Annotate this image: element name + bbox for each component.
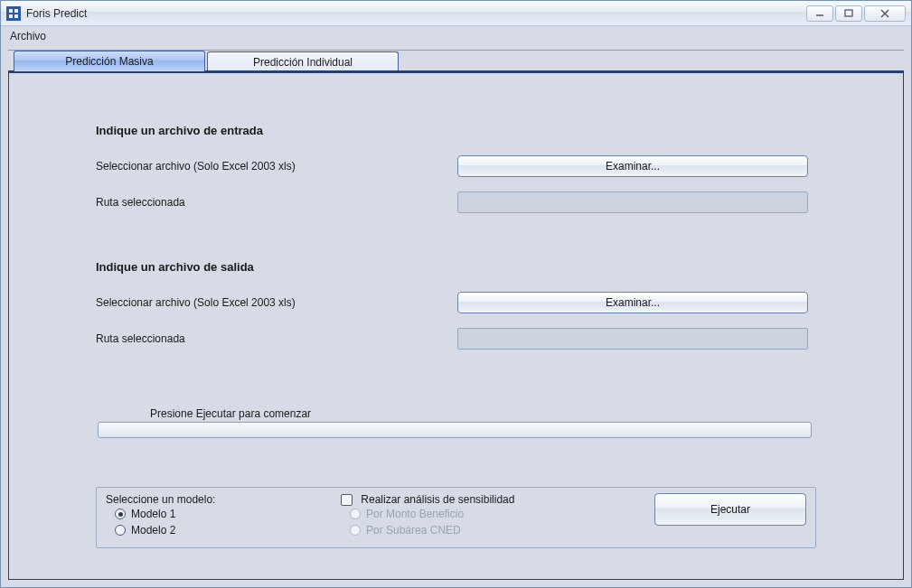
- output-browse-button[interactable]: Examinar...: [457, 292, 808, 313]
- sensitivity-by-monto-label: Por Monto Beneficio: [366, 508, 464, 520]
- bottom-panel: Seleccione un modelo: Modelo 1 Modelo 2 …: [96, 487, 816, 548]
- app-window: Foris Predict Archivo Predicción Masiva …: [0, 0, 912, 588]
- sensitivity-by-monto: Por Monto Beneficio: [341, 506, 594, 522]
- sensitivity-by-subarea: Por Subárea CNED: [341, 522, 594, 538]
- input-path-label: Ruta seleccionada: [96, 196, 457, 209]
- window-title: Foris Predict: [26, 7, 87, 20]
- app-icon: [6, 6, 21, 21]
- radio-icon: [115, 509, 126, 519]
- radio-icon: [350, 525, 361, 536]
- input-select-label: Seleccionar archivo (Solo Excel 2003 xls…: [96, 160, 457, 173]
- menu-file[interactable]: Archivo: [10, 30, 46, 42]
- progress-caption: Presione Ejecutar para comenzar: [96, 407, 816, 420]
- maximize-button[interactable]: [835, 5, 862, 22]
- input-section-heading: Indique un archivo de entrada: [96, 124, 816, 137]
- window-controls: [806, 5, 906, 22]
- input-browse-button[interactable]: Examinar...: [457, 155, 808, 177]
- execute-button[interactable]: Ejecutar: [654, 493, 806, 526]
- svg-rect-1: [845, 10, 852, 16]
- tab-prediccion-individual[interactable]: Predicción Individual: [207, 51, 399, 71]
- progress-section: Presione Ejecutar para comenzar: [96, 407, 816, 438]
- progress-bar: [98, 422, 812, 438]
- model-option-2-label: Modelo 2: [131, 524, 175, 537]
- tab-prediccion-masiva[interactable]: Predicción Masiva: [14, 51, 205, 71]
- tabbar: Predicción Masiva Predicción Individual: [8, 51, 904, 70]
- model-heading: Seleccione un modelo:: [106, 493, 341, 506]
- sensitivity-checkbox[interactable]: Realizar análisis de sensibilidad: [341, 493, 594, 506]
- output-select-label: Seleccionar archivo (Solo Excel 2003 xls…: [96, 296, 457, 309]
- model-column: Seleccione un modelo: Modelo 1 Modelo 2: [106, 493, 341, 538]
- checkbox-icon: [341, 494, 353, 506]
- input-path-field: [457, 191, 808, 213]
- sensitivity-column: Realizar análisis de sensibilidad Por Mo…: [341, 493, 594, 538]
- output-path-field: [457, 328, 808, 350]
- titlebar: Foris Predict: [1, 1, 911, 26]
- model-option-1-label: Modelo 1: [131, 508, 175, 520]
- close-button[interactable]: [864, 5, 906, 22]
- minimize-button[interactable]: [806, 5, 833, 22]
- tab-panel-masiva: Indique un archivo de entrada Selecciona…: [8, 70, 904, 580]
- output-section-heading: Indique un archivo de salida: [96, 260, 816, 274]
- radio-icon: [350, 509, 361, 519]
- output-path-label: Ruta seleccionada: [96, 332, 457, 345]
- radio-icon: [115, 525, 126, 536]
- content-area: Predicción Masiva Predicción Individual …: [8, 50, 904, 580]
- model-option-1[interactable]: Modelo 1: [106, 506, 341, 522]
- sensitivity-by-subarea-label: Por Subárea CNED: [366, 524, 461, 537]
- menubar: Archivo: [1, 26, 911, 46]
- sensitivity-label: Realizar análisis de sensibilidad: [361, 493, 514, 506]
- model-option-2[interactable]: Modelo 2: [106, 522, 341, 538]
